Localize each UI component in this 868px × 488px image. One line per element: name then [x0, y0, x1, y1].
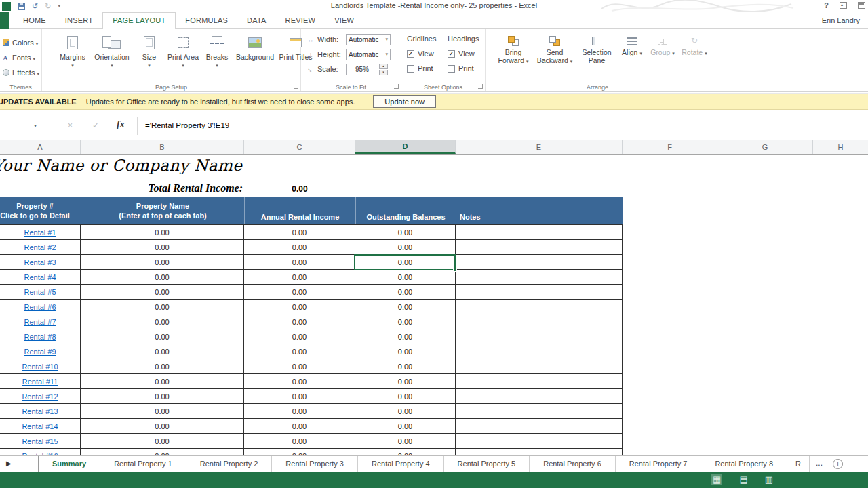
tab-view[interactable]: VIEW [325, 12, 363, 29]
outstanding-balances-header-cell[interactable]: Outstanding Balances [355, 197, 456, 224]
cell-property[interactable]: Rental #16 [0, 449, 81, 455]
cell-notes[interactable] [456, 434, 623, 448]
insert-function-icon[interactable]: fx [117, 119, 125, 130]
rental-link[interactable]: Rental #12 [22, 392, 58, 401]
page-layout-view-icon[interactable]: ▤ [739, 474, 747, 485]
cell-name[interactable]: 0.00 [81, 449, 244, 455]
cell-property[interactable]: Rental #15 [0, 434, 81, 448]
sheet-tab-rental-property-7[interactable]: Rental Property 7 [616, 456, 702, 472]
rental-link[interactable]: Rental #7 [24, 318, 56, 326]
cell-outstanding[interactable]: 0.00 [355, 285, 456, 299]
total-rental-income-label[interactable]: Total Rental Income: [81, 182, 243, 195]
cell-name[interactable]: 0.00 [81, 314, 244, 329]
checkbox-icon[interactable] [407, 65, 414, 73]
cell-annual[interactable]: 0.00 [244, 329, 355, 344]
cell-property[interactable]: Rental #1 [0, 225, 81, 239]
cell-annual[interactable]: 0.00 [244, 434, 355, 448]
cell-name[interactable]: 0.00 [81, 300, 244, 314]
headings-print-checkbox[interactable]: Print [448, 61, 479, 76]
column-header-e[interactable]: E [456, 140, 623, 154]
column-header-g[interactable]: G [717, 140, 813, 154]
tab-data[interactable]: DATA [237, 12, 276, 29]
cell-annual[interactable]: 0.00 [244, 344, 355, 359]
cell-property[interactable]: Rental #10 [0, 359, 81, 373]
column-header-c[interactable]: C [244, 140, 355, 154]
cell-notes[interactable] [456, 359, 623, 373]
cell-annual[interactable]: 0.00 [244, 404, 355, 418]
total-rental-income-value[interactable]: 0.00 [244, 184, 355, 194]
cell-notes[interactable] [456, 285, 623, 299]
tab-formulas[interactable]: FORMULAS [176, 12, 237, 29]
sheet-tab-overflow[interactable]: ... [810, 456, 829, 472]
cell-outstanding[interactable]: 0.00 [355, 255, 456, 269]
cell-annual[interactable]: 0.00 [244, 389, 355, 403]
cell-annual[interactable]: 0.00 [244, 449, 355, 455]
ribbon-display-options-icon[interactable] [840, 2, 847, 9]
column-header-a[interactable]: A [0, 140, 81, 154]
add-sheet-icon[interactable]: + [833, 459, 843, 469]
cell-outstanding[interactable]: 0.00 [355, 314, 456, 329]
tab-home[interactable]: HOME [14, 12, 56, 29]
gridlines-view-checkbox[interactable]: ✓ View [407, 46, 436, 61]
rental-link[interactable]: Rental #11 [22, 378, 58, 386]
property-header-cell[interactable]: Property # Click to go to Detail [0, 197, 81, 224]
background-button[interactable]: Background [234, 32, 276, 70]
selection-pane-button[interactable]: Selection Pane [578, 32, 616, 66]
rental-link[interactable]: Rental #13 [22, 407, 58, 415]
width-combo[interactable]: Automatic [346, 34, 391, 45]
cell-annual[interactable]: 0.00 [244, 240, 355, 254]
colors-button[interactable]: Colors [1, 36, 41, 49]
cell-outstanding[interactable]: 0.00 [355, 225, 456, 239]
cancel-icon[interactable]: × [68, 121, 73, 130]
cell-name[interactable]: 0.00 [81, 329, 244, 344]
cell-name[interactable]: 0.00 [81, 404, 244, 418]
company-name-cell[interactable]: Your Name or Company Name [0, 157, 242, 174]
cell-name[interactable]: 0.00 [81, 240, 244, 254]
update-now-button[interactable]: Update now [373, 95, 436, 108]
cell-name[interactable]: 0.00 [81, 374, 244, 388]
cell-annual[interactable]: 0.00 [244, 314, 355, 329]
rental-link[interactable]: Rental #6 [24, 303, 56, 311]
align-button[interactable]: Align [618, 32, 646, 66]
size-button[interactable]: Size [134, 32, 164, 70]
cell-property[interactable]: Rental #4 [0, 270, 81, 284]
sheet-tab-rental-property-5[interactable]: Rental Property 5 [444, 456, 530, 472]
notes-header-cell[interactable]: Notes [456, 197, 623, 224]
breaks-button[interactable]: Breaks [202, 32, 232, 70]
cell-notes[interactable] [456, 240, 623, 254]
minimize-icon[interactable] [858, 2, 865, 9]
rental-link[interactable]: Rental #14 [22, 422, 58, 430]
height-combo[interactable]: Automatic [346, 49, 391, 60]
cell-notes[interactable] [456, 419, 623, 433]
rental-link[interactable]: Rental #10 [22, 363, 58, 371]
cell-name[interactable]: 0.00 [81, 270, 244, 284]
column-header-h[interactable]: H [813, 140, 868, 154]
cell-property[interactable]: Rental #14 [0, 419, 81, 433]
cell-property[interactable]: Rental #11 [0, 374, 81, 388]
margins-button[interactable]: Margins [56, 32, 90, 70]
cell-outstanding[interactable]: 0.00 [355, 359, 456, 373]
cell-outstanding[interactable]: 0.00 [355, 240, 456, 254]
cell-property[interactable]: Rental #8 [0, 329, 81, 344]
sheet-tab-rental-property-3[interactable]: Rental Property 3 [272, 456, 358, 472]
cell-property[interactable]: Rental #6 [0, 300, 81, 314]
orientation-button[interactable]: Orientation [92, 32, 132, 70]
rental-link[interactable]: Rental #9 [24, 348, 56, 356]
sheet-tab-summary[interactable]: Summary [38, 456, 100, 472]
rental-link[interactable]: Rental #5 [24, 288, 56, 296]
tab-insert[interactable]: INSERT [56, 12, 102, 29]
cell-notes[interactable] [456, 449, 623, 455]
scale-spinner[interactable]: 95% [346, 64, 388, 75]
cell-outstanding[interactable]: 0.00 [355, 404, 456, 418]
cell-notes[interactable] [456, 404, 623, 418]
effects-button[interactable]: Effects [1, 66, 41, 79]
signed-in-user[interactable]: Erin Landry [822, 16, 860, 24]
rental-link[interactable]: Rental #4 [24, 273, 56, 281]
rental-link[interactable]: Rental #1 [24, 228, 56, 237]
cell-property[interactable]: Rental #13 [0, 404, 81, 418]
cell-property[interactable]: Rental #12 [0, 389, 81, 403]
cell-annual[interactable]: 0.00 [244, 419, 355, 433]
cell-name[interactable]: 0.00 [81, 434, 244, 448]
cell-annual[interactable]: 0.00 [244, 300, 355, 314]
scale-spin-buttons[interactable] [379, 64, 388, 75]
